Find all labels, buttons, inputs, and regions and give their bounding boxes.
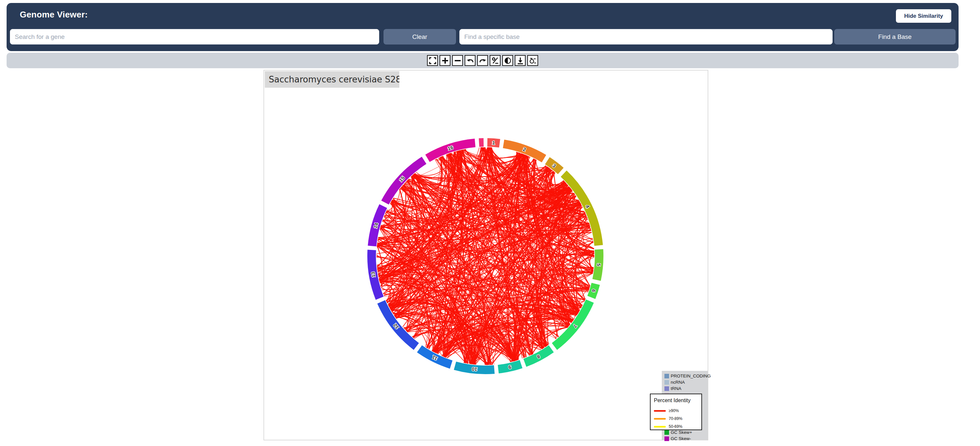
chart-toolbar xyxy=(6,53,959,68)
legend-item: PROTEIN_CODING xyxy=(665,373,708,379)
app-title: Genome Viewer: xyxy=(20,10,88,20)
percent-identity-toggle-button[interactable] xyxy=(490,55,501,66)
legend-item: tRNA xyxy=(665,385,708,392)
legend-swatch xyxy=(665,374,669,378)
percent-identity-title: Percent Identity xyxy=(654,398,702,403)
undo-arrow-icon xyxy=(466,57,474,65)
download-button[interactable] xyxy=(515,55,526,66)
legend-swatch xyxy=(665,430,669,435)
chromosome-arc-mt[interactable] xyxy=(479,138,484,147)
undo-button[interactable] xyxy=(465,55,476,66)
redo-arrow-icon xyxy=(479,57,487,65)
legend-item: ncRNA xyxy=(665,379,708,385)
percent-identity-item: ≥90% xyxy=(654,407,702,415)
minus-icon xyxy=(454,57,461,65)
percent-identity-item: 70-89% xyxy=(654,415,702,422)
legend-swatch xyxy=(665,386,669,391)
legend-swatch xyxy=(665,380,669,385)
identity-line-swatch xyxy=(654,410,666,412)
legend-label: tRNA xyxy=(671,386,681,391)
identity-line-swatch xyxy=(654,418,666,420)
legend-item: GC Skew- xyxy=(665,435,708,442)
legend-swatch xyxy=(665,436,669,441)
circos-plot[interactable]: 12345678910111213141516 xyxy=(264,71,708,440)
percent-identity-legend: Percent Identity ≥90%70-89%50-69% xyxy=(650,394,702,430)
annotations-toggle-button[interactable] xyxy=(527,55,538,66)
zoom-out-button[interactable] xyxy=(452,55,463,66)
percent-icon xyxy=(491,57,499,65)
find-base-button[interactable]: Find a Base xyxy=(834,29,956,44)
fullscreen-button[interactable] xyxy=(427,55,438,66)
plus-icon xyxy=(441,57,449,65)
header-bar: Genome Viewer: Hide Similarity Clear Fin… xyxy=(6,3,959,51)
chromosome-label: 10 xyxy=(471,366,477,373)
identity-line-swatch xyxy=(654,426,666,427)
identity-label: 70-89% xyxy=(669,416,682,421)
search-row: Clear Find a Base xyxy=(10,29,956,44)
legend-label: GC Skew+ xyxy=(671,430,692,435)
fullscreen-icon xyxy=(429,57,437,65)
contrast-button[interactable] xyxy=(502,55,513,66)
base-search-input[interactable] xyxy=(459,29,833,44)
circle-marks-icon xyxy=(529,57,537,65)
identity-label: ≥90% xyxy=(669,408,679,413)
chromosome-label: 13 xyxy=(370,271,376,278)
similarity-links xyxy=(377,148,594,365)
chromosome-label: 5 xyxy=(596,263,602,267)
hide-similarity-button[interactable]: Hide Similarity xyxy=(896,9,951,23)
download-icon xyxy=(516,57,524,65)
legend-label: GC Skew- xyxy=(671,436,691,441)
legend-label: ncRNA xyxy=(671,380,685,385)
percent-identity-item: 50-69% xyxy=(654,422,702,430)
genome-viewer-panel: Saccharomyces cerevisiae S288C 123456789… xyxy=(264,70,708,440)
redo-button[interactable] xyxy=(477,55,488,66)
half-circle-icon xyxy=(504,57,512,65)
legend-label: PROTEIN_CODING xyxy=(671,373,711,378)
clear-button[interactable]: Clear xyxy=(383,29,456,44)
chromosome-label: 1 xyxy=(492,140,495,146)
zoom-in-button[interactable] xyxy=(439,55,450,66)
gene-search-input[interactable] xyxy=(10,29,379,44)
identity-label: 50-69% xyxy=(669,424,682,429)
